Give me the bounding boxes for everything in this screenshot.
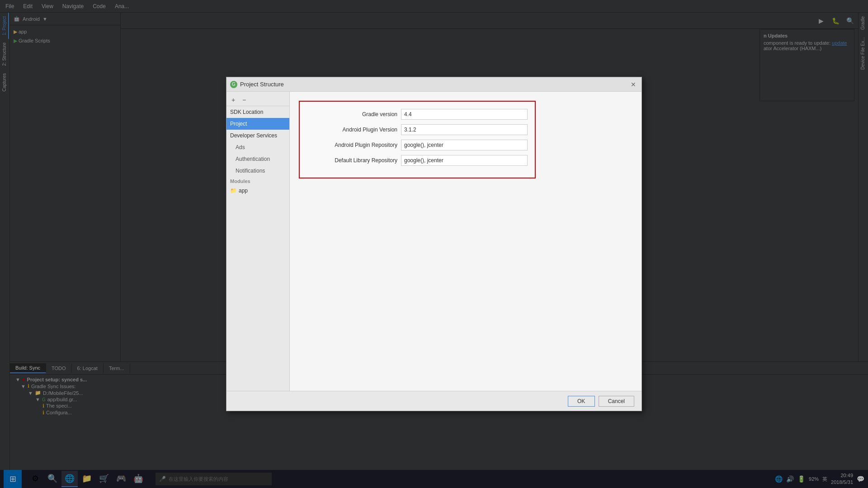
modal-overlay: G Project Structure ✕ + − SDK Location P… xyxy=(0,0,868,488)
label-gradle-version: Gradle version xyxy=(307,111,397,117)
input-plugin-version[interactable] xyxy=(401,124,528,135)
form-row-gradle-version: Gradle version xyxy=(307,109,528,120)
nav-item-app[interactable]: 📁 app xyxy=(226,185,289,197)
label-plugin-version: Android Plugin Version xyxy=(307,127,397,133)
nav-remove-button[interactable]: − xyxy=(239,95,249,105)
dialog-title-text: Project Structure xyxy=(240,81,626,88)
input-gradle-version[interactable] xyxy=(401,109,528,120)
nav-add-button[interactable]: + xyxy=(228,95,238,105)
project-structure-dialog: G Project Structure ✕ + − SDK Location P… xyxy=(226,77,642,411)
nav-item-developer-services[interactable]: Developer Services xyxy=(226,130,289,141)
nav-item-ads[interactable]: Ads xyxy=(226,141,289,153)
cancel-button[interactable]: Cancel xyxy=(599,396,634,407)
input-plugin-repo[interactable] xyxy=(401,140,528,150)
dialog-content: Gradle version Android Plugin Version An… xyxy=(290,92,642,391)
dialog-title-icon: G xyxy=(230,81,237,88)
label-default-repo: Default Library Repository xyxy=(307,157,397,164)
dialog-nav: + − SDK Location Project Developer Servi… xyxy=(226,92,290,391)
form-highlight-area: Gradle version Android Plugin Version An… xyxy=(299,101,536,178)
nav-item-authentication[interactable]: Authentication xyxy=(226,153,289,165)
input-default-repo[interactable] xyxy=(401,155,528,166)
form-row-default-repo: Default Library Repository xyxy=(307,155,528,166)
nav-item-sdk-location[interactable]: SDK Location xyxy=(226,106,289,118)
dialog-footer: OK Cancel xyxy=(226,391,642,411)
ok-button[interactable]: OK xyxy=(568,396,595,407)
nav-modules-section: Modules xyxy=(226,177,289,185)
nav-item-notifications[interactable]: Notifications xyxy=(226,165,289,177)
gradle-icon-small: G xyxy=(232,82,236,87)
app-icon: 📁 xyxy=(230,188,237,194)
nav-item-project[interactable]: Project xyxy=(226,118,289,130)
dialog-body: + − SDK Location Project Developer Servi… xyxy=(226,92,642,391)
dialog-close-button[interactable]: ✕ xyxy=(629,80,638,89)
label-plugin-repo: Android Plugin Repository xyxy=(307,142,397,148)
dialog-title-bar: G Project Structure ✕ xyxy=(226,77,642,92)
form-row-plugin-version: Android Plugin Version xyxy=(307,124,528,135)
nav-toolbar: + − xyxy=(226,94,289,106)
form-row-plugin-repo: Android Plugin Repository xyxy=(307,140,528,150)
